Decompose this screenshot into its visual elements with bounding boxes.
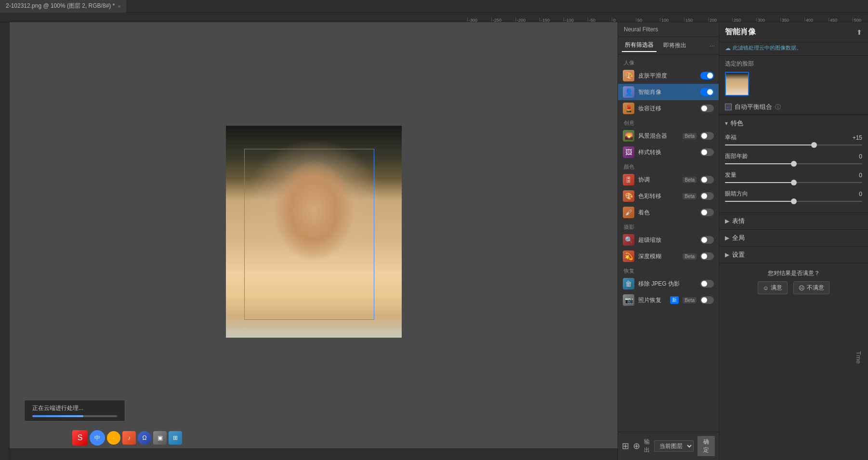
filter-color-label: 色彩转移 bbox=[638, 192, 679, 200]
filter-landscape[interactable]: 🌄 风景混合器 Beta bbox=[618, 128, 719, 144]
eye-direction-track[interactable] bbox=[725, 201, 862, 202]
document-tab[interactable]: 2-102312.png @ 100% (图层 2, RGB/8#) * × bbox=[0, 0, 127, 13]
color-badge: Beta bbox=[683, 193, 697, 199]
hair-label-row: 发量 0 bbox=[725, 171, 862, 179]
dissatisfied-button[interactable]: ☹ 不满意 bbox=[793, 281, 829, 294]
taskbar-icon-6[interactable]: ▣ bbox=[153, 431, 167, 445]
filter-skin-smoothing[interactable]: 🎨 皮肤平滑度 bbox=[618, 67, 719, 84]
filter-harmonize[interactable]: 🎛 协调 Beta bbox=[618, 171, 719, 188]
filter-style-label: 样式转换 bbox=[638, 148, 697, 157]
filter-style[interactable]: 🖼 样式转换 bbox=[618, 144, 719, 160]
satisfaction-section: 您对结果是否满意？ ☺ 满意 ☹ 不满意 bbox=[719, 263, 868, 300]
neural-panel-header: Neural Filters bbox=[618, 22, 719, 37]
info-icon: ⓘ bbox=[775, 103, 781, 111]
eye-direction-thumb[interactable] bbox=[791, 198, 797, 204]
ruler-marks: -300 -250 -200 -150 -100 -50 0 50 100 15… bbox=[0, 13, 868, 22]
photo-toggle[interactable] bbox=[700, 296, 714, 304]
happiness-value: +15 bbox=[853, 134, 862, 141]
blur-toggle[interactable] bbox=[700, 252, 714, 260]
characteristics-title: 特色 bbox=[731, 119, 743, 128]
filter-remove-jpeg[interactable]: 🗑 移除 JPEG 伪影 bbox=[618, 276, 719, 292]
collapse-button[interactable]: ⬆ bbox=[856, 28, 862, 36]
super-toggle[interactable] bbox=[700, 236, 714, 244]
style-toggle[interactable] bbox=[700, 148, 714, 156]
dissatisfied-icon: ☹ bbox=[799, 285, 805, 291]
hair-thumb[interactable] bbox=[791, 180, 797, 185]
harmonize-toggle[interactable] bbox=[700, 176, 714, 184]
auto-balance-checkbox[interactable]: ✓ bbox=[725, 104, 732, 110]
style-icon: 🖼 bbox=[623, 146, 634, 158]
taskbar-icon-5[interactable]: Ω bbox=[138, 431, 151, 445]
filter-smart-portrait[interactable]: 👤 智能肖像 bbox=[618, 84, 719, 100]
filter-depth-blur[interactable]: 💫 深度模糊 Beta bbox=[618, 248, 719, 264]
face-age-thumb[interactable] bbox=[791, 161, 797, 167]
taskbar-icon-2[interactable]: 中 bbox=[90, 430, 105, 446]
colorize-toggle[interactable] bbox=[700, 209, 714, 216]
skin-toggle[interactable] bbox=[700, 72, 714, 79]
characteristics-arrow: ▾ bbox=[725, 120, 728, 127]
expressions-arrow: ▶ bbox=[725, 218, 729, 224]
global-section-header[interactable]: ▶ 全局 bbox=[719, 229, 868, 246]
cloud-icon: ☁ bbox=[725, 45, 731, 52]
happiness-track[interactable] bbox=[725, 145, 862, 145]
filter-super-zoom[interactable]: 🔍 超级缩放 bbox=[618, 232, 719, 248]
neural-panel-title: Neural Filters bbox=[624, 26, 658, 33]
happiness-thumb[interactable] bbox=[811, 142, 817, 148]
tme-watermark: Tme bbox=[855, 351, 862, 364]
smart-toggle[interactable] bbox=[700, 88, 714, 96]
filter-color-transfer[interactable]: 🎨 色彩转移 Beta bbox=[618, 188, 719, 204]
auto-balance-label: 自动平衡组合 bbox=[735, 103, 772, 111]
taskbar-icon-7[interactable]: ⊞ bbox=[169, 431, 182, 445]
settings-section-header[interactable]: ▶ 设置 bbox=[719, 246, 868, 263]
taskbar-icon-4[interactable]: ♪ bbox=[122, 431, 136, 445]
image-container bbox=[226, 126, 402, 338]
smart-icon: 👤 bbox=[623, 86, 634, 98]
filter-photo-restore[interactable]: 📷 照片恢复 新 Beta bbox=[618, 292, 719, 308]
eye-direction-value: 0 bbox=[859, 191, 862, 197]
panel-more-button[interactable]: ··· bbox=[710, 42, 715, 49]
layers-icon[interactable]: ⊞ bbox=[622, 441, 629, 451]
filter-harmonize-label: 协调 bbox=[638, 176, 679, 184]
face-toggle[interactable] bbox=[700, 105, 714, 112]
filter-face-transfer[interactable]: 💄 妆容迁移 bbox=[618, 100, 719, 117]
satisfied-button[interactable]: ☺ 满意 bbox=[758, 281, 788, 294]
filter-landscape-label: 风景混合器 bbox=[638, 132, 679, 140]
taskbar-icon-1[interactable]: S bbox=[72, 430, 88, 446]
face-thumbnail[interactable] bbox=[725, 72, 749, 96]
taskbar-icon-3[interactable]: · bbox=[107, 431, 120, 445]
happiness-fill bbox=[725, 145, 814, 145]
face-age-track[interactable] bbox=[725, 163, 862, 164]
output-select[interactable]: 当前图层 bbox=[654, 440, 694, 452]
tab-title: 2-102312.png @ 100% (图层 2, RGB/8#) * bbox=[6, 2, 115, 10]
skin-icon: 🎨 bbox=[623, 70, 634, 81]
close-icon[interactable]: × bbox=[118, 3, 120, 9]
photo-restore-icon: 📷 bbox=[623, 294, 634, 306]
filter-super-label: 超级缩放 bbox=[638, 236, 697, 244]
characteristics-section-header[interactable]: ▾ 特色 bbox=[719, 115, 868, 131]
tab-all-filters[interactable]: 所有筛选器 bbox=[622, 39, 657, 52]
filter-colorize-label: 着色 bbox=[638, 209, 697, 217]
remove-toggle[interactable] bbox=[700, 280, 714, 288]
hair-track[interactable] bbox=[725, 182, 862, 183]
face-portrait bbox=[226, 126, 402, 338]
color-toggle[interactable] bbox=[700, 192, 714, 200]
cloud-text: 此滤镜处理云中的图像数据。 bbox=[733, 44, 802, 52]
landscape-toggle[interactable] bbox=[700, 132, 714, 140]
canvas-area[interactable]: 正在云端进行处理... S 中 · ♪ Ω ▣ ⊞ bbox=[10, 22, 618, 460]
stacks-icon[interactable]: ⊕ bbox=[633, 441, 640, 451]
eye-direction-slider-row: 眼睛方向 0 bbox=[725, 190, 862, 202]
tab-bar: 2-102312.png @ 100% (图层 2, RGB/8#) * × bbox=[0, 0, 868, 13]
expressions-section-header[interactable]: ▶ 表情 bbox=[719, 212, 868, 229]
filter-colorize[interactable]: 🖌 着色 bbox=[618, 204, 719, 221]
category-creative: 创意 bbox=[618, 117, 719, 128]
filter-remove-label: 移除 JPEG 伪影 bbox=[638, 280, 697, 288]
right-panel: 智能肖像 ⬆ ☁ 此滤镜处理云中的图像数据。 选定的脸部 ✓ 自动平衡组合 ⓘ … bbox=[719, 22, 868, 460]
remove-jpeg-icon: 🗑 bbox=[623, 278, 634, 289]
filter-smart-label: 智能肖像 bbox=[638, 88, 697, 96]
confirm-button[interactable]: 确定 bbox=[697, 436, 715, 456]
progress-bar-background bbox=[32, 415, 117, 417]
hair-value: 0 bbox=[859, 172, 862, 179]
canvas-bottom-bar bbox=[10, 448, 618, 460]
tab-coming-soon[interactable]: 即将推出 bbox=[660, 39, 689, 52]
panel-tabs: 所有筛选器 即将推出 ··· bbox=[618, 37, 719, 54]
